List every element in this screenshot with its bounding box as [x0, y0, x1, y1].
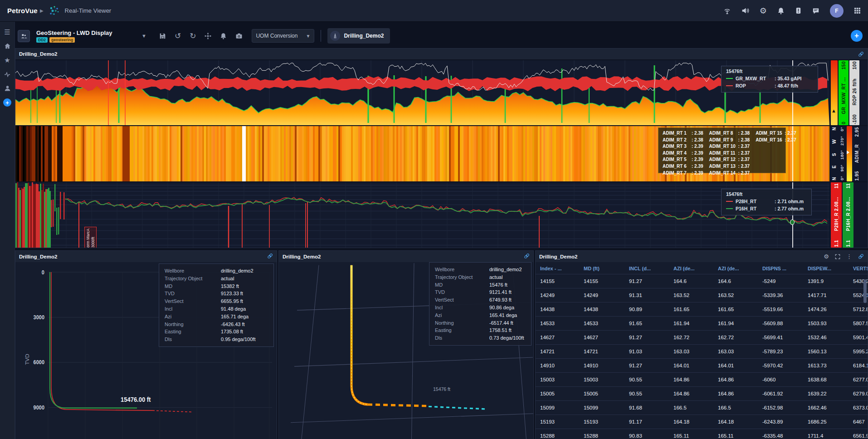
- table-cell: 14533: [536, 317, 579, 331]
- table-cell: 15193: [579, 415, 624, 429]
- share-scatter-icon[interactable]: [205, 33, 211, 39]
- table-cell: 1686.25: [803, 415, 848, 429]
- kebab-menu-icon[interactable]: ⋮: [846, 253, 852, 260]
- gr-rop-plot[interactable]: 15476ft GR_MXW_RT: 35.43 gAPIROP: 48.47 …: [15, 60, 829, 125]
- link-icon[interactable]: [858, 51, 864, 57]
- table-column-header[interactable]: VERTSE...: [848, 262, 868, 274]
- table-cell: 6467: [848, 415, 868, 429]
- resistivity-scales: 11 P28H_R 2.08... 1.1 11 P16H_R 2.08... …: [829, 182, 868, 248]
- tooltip-field-value: 91.48 dega: [221, 305, 268, 313]
- tooltip-field-label: Easting: [165, 328, 214, 336]
- table-row[interactable]: 144381443890.89161.65161.65-5519.661474.…: [536, 302, 868, 317]
- adim-scale-min: 1.95: [854, 171, 859, 180]
- preset-caret-icon[interactable]: ▼: [141, 33, 146, 39]
- view3d-body[interactable]: 15476 ft Wellboredrilling_demo2Trajector…: [279, 262, 533, 439]
- user-avatar[interactable]: F: [830, 4, 844, 18]
- home-icon[interactable]: [4, 42, 11, 50]
- compass-letter: N: [832, 127, 837, 131]
- series-name: P16H_RT: [736, 205, 772, 212]
- series-color-dash: [726, 85, 733, 86]
- brand-logo-text[interactable]: PetroVue: [7, 7, 38, 15]
- document-toolbar: GeoSteering - LWD Display DD2 geosteerin…: [15, 26, 868, 45]
- table-column-header[interactable]: Index - ...: [536, 262, 579, 274]
- tooltip-field-label: Incl: [165, 305, 214, 313]
- table-row[interactable]: 149101491091.27164.01164.01-5970.421613.…: [536, 359, 868, 373]
- adim-reading: ADIM_RT 12: 2.37: [709, 156, 750, 163]
- table-cell: 14249: [579, 288, 624, 302]
- adim-scale-labels: 2.95 ADIM_R 1.95: [853, 126, 860, 181]
- table-column-header[interactable]: AZI (de...: [713, 262, 758, 274]
- link-icon[interactable]: [858, 254, 864, 259]
- p16h-scale-bar: 11 P16H_R 2.08... 1.1: [843, 182, 853, 248]
- redo-icon[interactable]: ↻: [190, 31, 196, 41]
- tooltip-field-label: Trajectory Object: [165, 275, 214, 283]
- save-icon[interactable]: [159, 33, 166, 39]
- link-icon[interactable]: [524, 253, 530, 259]
- p28h-scale-bar: 11 P28H_R 2.08... 1.1: [831, 182, 842, 248]
- badge-dd2: DD2: [36, 37, 48, 43]
- chevron-right-icon: ▶: [40, 8, 44, 13]
- table-row[interactable]: 150051500590.55164.86164.86-6061.921639.…: [536, 387, 868, 401]
- expand-icon[interactable]: [835, 254, 840, 259]
- hamburger-menu-icon[interactable]: ☰: [4, 28, 10, 36]
- table-row[interactable]: 151931519391.17164.18164.18-6243.891686.…: [536, 415, 868, 429]
- table-cell: 164.86: [713, 373, 758, 387]
- chat-icon[interactable]: [812, 7, 819, 15]
- adim-heatmap-plot[interactable]: ADIM_RT 1: 2.38ADIM_RT 2: 2.38ADIM_RT 3:…: [15, 126, 829, 181]
- table-row[interactable]: 141551415591.27164.6164.6-52491391.95430…: [536, 274, 868, 288]
- table-row[interactable]: 145331453391.65161.94161.94-5609.881503.…: [536, 317, 868, 331]
- survey-table-panel: Drilling_Demo2 ⚙ ⋮ Index - ...MD (ft)INC…: [535, 250, 868, 439]
- compass-letter: E: [832, 165, 837, 168]
- apps-grid-icon[interactable]: [854, 7, 861, 14]
- table-row[interactable]: 142491424991.31163.52163.52-5339.361417.…: [536, 288, 868, 302]
- favorites-star-icon[interactable]: ★: [4, 56, 10, 64]
- table-row[interactable]: 146271462791.27162.72162.72-5699.411532.…: [536, 331, 868, 345]
- adim-readings-column: ADIM_RT 8: 2.38ADIM_RT 9: 2.38ADIM_RT 10…: [709, 130, 750, 171]
- table-cell: 6277.06: [848, 373, 868, 387]
- table-row[interactable]: 150031500390.55164.86164.86-60601638.686…: [536, 373, 868, 387]
- preset-group-icon[interactable]: [18, 30, 30, 42]
- survey-table: Index - ...MD (ft)INCL (d...AZI (de...AZ…: [536, 262, 868, 439]
- table-column-header[interactable]: DISPNS ...: [758, 262, 803, 274]
- tooltip-field-label: VertSect: [165, 298, 214, 305]
- series-value: : 2.77 ohm.m: [775, 205, 804, 212]
- notifications-bell-icon[interactable]: [777, 7, 785, 15]
- table-cell: 163.03: [713, 345, 758, 359]
- table-column-header[interactable]: INCL (d...: [624, 262, 669, 274]
- undo-icon[interactable]: ↺: [175, 31, 181, 41]
- table-column-header[interactable]: MD (ft): [579, 262, 624, 274]
- rop-scale-bar: 100 ROP 26 ft/h -100: [849, 60, 859, 125]
- resistivity-tooltip: 15476ft P28H_RT: 2.71 ohm.mP16H_RT: 2.77…: [721, 189, 812, 215]
- table-row[interactable]: 152881528890.83165.11165.11-6335.481711.…: [536, 429, 868, 439]
- table-scrollbar-thumb[interactable]: [863, 279, 867, 303]
- tab-drilling-demo2[interactable]: Drilling_Demo2: [327, 28, 390, 44]
- notifications-bell-icon[interactable]: [220, 33, 227, 39]
- screenshot-camera-icon[interactable]: [235, 33, 243, 39]
- sidebar-add-button[interactable]: +: [3, 98, 11, 107]
- table-panel-title: Drilling_Demo2: [539, 254, 577, 259]
- adim-reading: ADIM_RT 4: 2.39: [663, 150, 703, 157]
- alert-icon[interactable]: [795, 7, 802, 14]
- preset-selector[interactable]: GeoSteering - LWD Display DD2 geosteerin…: [36, 29, 127, 43]
- volume-icon[interactable]: [741, 7, 749, 15]
- settings-gear-icon[interactable]: ⚙: [760, 6, 767, 16]
- users-icon[interactable]: [4, 84, 11, 92]
- table-row[interactable]: 147211472191.03163.03163.03-5789.231560.…: [536, 345, 868, 359]
- table-column-header[interactable]: DISPEW...: [803, 262, 848, 274]
- signal-tower-icon[interactable]: [723, 7, 731, 15]
- settings-gear-icon[interactable]: ⚙: [824, 253, 829, 260]
- tvd-chart-body[interactable]: 030006000900012000TVD15476.00 ft Wellbor…: [15, 262, 277, 439]
- table-cell: 1638.68: [803, 373, 848, 387]
- table-cell: 1417.71: [803, 288, 848, 302]
- adim-readings-tooltip: ADIM_RT 1: 2.38ADIM_RT 2: 2.38ADIM_RT 3:…: [658, 127, 786, 173]
- adim-reading: ADIM_RT 7: 2.39: [663, 170, 703, 177]
- add-view-button[interactable]: +: [851, 30, 863, 42]
- uom-conversion-select[interactable]: UOM Conversion ▼: [252, 29, 314, 43]
- adim-scale-pointer: [847, 151, 849, 154]
- link-icon[interactable]: [267, 253, 273, 259]
- table-column-header[interactable]: AZI (de...: [669, 262, 713, 274]
- table-cell: 91.27: [624, 274, 669, 288]
- activity-pulse-icon[interactable]: [4, 70, 11, 78]
- table-row[interactable]: 150991509991.68166.5166.5-6152.981662.46…: [536, 401, 868, 415]
- resistivity-plot[interactable]: Form MarcA 13000ft 15476ft P28H_RT: 2.71…: [15, 182, 829, 248]
